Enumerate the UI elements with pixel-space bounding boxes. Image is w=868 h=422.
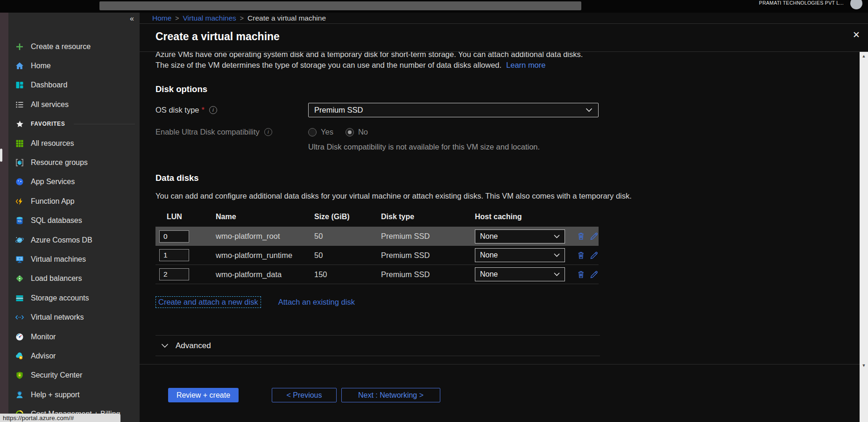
angle-brackets-icon [14,313,25,322]
radio-yes[interactable]: Yes [308,128,333,136]
avatar[interactable] [850,0,862,9]
sidebar-item-resource-groups[interactable]: Resource groups [8,153,140,172]
sidebar-item-security-center[interactable]: Security Center [8,366,140,385]
sidebar-item-label: Function App [31,197,74,206]
sidebar-item-create-a-resource[interactable]: Create a resource [8,37,140,56]
host-caching-select[interactable]: None [475,248,565,262]
learn-more-link[interactable]: Learn more [506,61,545,69]
intro-text: Azure VMs have one operating system disk… [155,52,636,71]
info-icon[interactable]: i [209,106,217,114]
sidebar-item-label: All resources [31,139,74,148]
edit-disk-icon[interactable] [589,270,599,279]
sidebar-item-virtual-networks[interactable]: Virtual networks [8,308,140,327]
close-icon[interactable]: ✕ [850,29,862,41]
sidebar-collapse-icon[interactable]: « [130,14,134,23]
breadcrumb-current: Create a virtual machine [247,14,326,22]
lun-input[interactable] [159,230,189,243]
data-disks-description: You can add and configure additional dat… [155,190,632,202]
disk-type: Premium SSD [381,270,475,279]
create-attach-disk-link[interactable]: Create and attach a new disk [155,296,261,308]
left-edge-strip [0,13,8,422]
gauge-icon [14,332,25,342]
diamond-icon [14,274,25,283]
delete-disk-icon[interactable] [576,270,586,279]
sidebar-item-label: Dashboard [31,81,67,89]
intro-line-2: The size of the VM determines the type o… [155,60,636,71]
sidebar-item-label: All services [31,100,69,109]
sidebar-item-function-app[interactable]: Function App [8,192,140,211]
sidebar-item-all-resources[interactable]: All resources [8,134,140,153]
breadcrumb-home-link[interactable]: Home [152,14,171,22]
lun-input[interactable] [159,249,189,261]
ultra-disk-radio-group: Yes No [308,128,368,136]
panel-scroll-area: Azure VMs have one operating system disk… [140,52,860,365]
sidebar-item-label: SQL databases [31,216,82,225]
advanced-section-toggle[interactable]: Advanced [155,335,600,356]
os-disk-type-select[interactable]: Premium SSD [308,103,599,117]
sidebar-item-dashboard[interactable]: Dashboard [8,76,140,95]
info-icon[interactable]: i [264,128,272,136]
next-networking-button[interactable]: Next : Networking > [341,388,440,402]
host-caching-select[interactable]: None [475,229,565,243]
sidebar-item-label: App Services [31,178,75,186]
sidebar-item-sql-databases[interactable]: SQL SQL databases [8,211,140,230]
sidebar-item-label: Monitor [31,333,56,341]
breadcrumb: Home > Virtual machines > Create a virtu… [140,13,868,23]
previous-button[interactable]: < Previous [272,388,337,402]
breadcrumb-virtual-machines-link[interactable]: Virtual machines [183,14,236,22]
sidebar-item-monitor[interactable]: Monitor [8,327,140,346]
monitor-screen-icon [14,255,25,264]
status-url-tooltip: https://portal.azure.com/# [0,414,120,422]
delete-disk-icon[interactable] [576,250,586,260]
sidebar-item-help-support[interactable]: Help + support [8,385,140,404]
disk-links-row: Create and attach a new disk Attach an e… [155,296,860,308]
chevron-down-icon [554,235,560,238]
sidebar-item-load-balancers[interactable]: Load balancers [8,269,140,288]
panel-footer: Review + create < Previous Next : Networ… [140,365,860,422]
sidebar-item-label: Storage accounts [31,294,89,302]
table-row: wmo-platform_root 50 Premium SSD None [155,227,599,246]
plus-icon [14,42,25,51]
sidebar-item-advisor[interactable]: Advisor [8,346,140,365]
chevron-down-icon [161,343,169,348]
scroll-down-icon[interactable]: ▼ [860,363,868,368]
favorites-divider [74,124,135,124]
sidebar-item-label: Home [31,62,51,70]
sidebar-item-azure-cosmos-db[interactable]: Azure Cosmos DB [8,230,140,250]
sidebar-item-label: Create a resource [31,43,91,51]
edit-disk-icon[interactable] [589,250,599,260]
chevron-right-icon: > [240,14,244,22]
tenant-name: PRAMATI TECHNOLOGIES PVT L... [759,0,844,6]
vertical-scrollbar[interactable]: ▲ ▼ [860,52,868,422]
create-vm-panel: Create a virtual machine ✕ Azure VMs hav… [140,23,868,422]
sidebar-item-app-services[interactable]: App Services [8,172,140,192]
ultra-disk-row: Enable Ultra Disk compatibility i Yes No [155,128,860,136]
disk-type: Premium SSD [381,232,475,241]
review-create-button[interactable]: Review + create [168,388,239,402]
disk-name: wmo-platform_root [216,232,314,241]
cloud-badge-icon [14,351,25,361]
scroll-up-icon[interactable]: ▲ [860,54,868,58]
radio-yes-label: Yes [321,128,333,136]
cube-brackets-icon [14,158,25,167]
app-services-icon [14,177,25,186]
chevron-down-icon [554,253,560,257]
advanced-label: Advanced [176,341,211,350]
sidebar-item-storage-accounts[interactable]: Storage accounts [8,288,140,308]
host-caching-select[interactable]: None [475,267,565,281]
col-name: Name [216,213,314,221]
lightning-icon [14,197,25,206]
attach-existing-disk-link[interactable]: Attach an existing disk [278,298,355,307]
radio-no[interactable]: No [346,128,368,136]
sidebar-item-all-services[interactable]: All services [8,95,140,114]
star-icon [14,119,25,129]
top-search-bar[interactable] [99,1,581,10]
os-disk-type-row: OS disk type * i Premium SSD [155,103,860,117]
sidebar-item-label: Resource groups [31,158,88,167]
lun-input[interactable] [159,268,189,280]
edit-disk-icon[interactable] [589,231,599,241]
disk-size: 50 [314,251,381,260]
sidebar-item-home[interactable]: Home [8,56,140,75]
delete-disk-icon[interactable] [576,231,586,241]
sidebar-item-virtual-machines[interactable]: Virtual machines [8,250,140,269]
